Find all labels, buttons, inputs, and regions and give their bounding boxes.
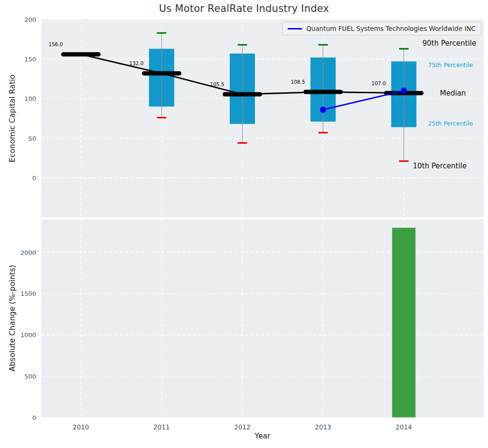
plot-canvas — [41, 219, 484, 418]
xtick-label: 2010 — [64, 423, 98, 431]
bottom-ytick-label: 1500 — [7, 290, 36, 297]
annotation-10th-percentile: 10th Percentile — [413, 162, 467, 170]
bottom-ytick-label: 0 — [7, 414, 36, 421]
legend-label: Quantum FUEL Systems Technologies Worldw… — [306, 25, 476, 32]
xtick-label: 2011 — [145, 423, 178, 431]
xtick-label: 2014 — [387, 423, 420, 431]
annotation-median: Median — [440, 89, 466, 97]
annotation-90th-percentile: 90th Percentile — [422, 39, 476, 48]
bottom-ytick-label: 1000 — [7, 331, 36, 339]
bottom-ytick-label: 500 — [7, 373, 36, 380]
top-ytick-label: 200 — [7, 16, 36, 23]
bottom-ytick-label: 2000 — [7, 249, 36, 256]
legend-line-sample — [288, 28, 302, 29]
figure: Us Motor RealRate Industry Index Quantum… — [0, 0, 488, 448]
plot-canvas — [41, 19, 484, 217]
company-point — [320, 107, 326, 113]
top-ytick-label: 50 — [7, 135, 36, 142]
annotation-25th-percentile: 25th Percentile — [428, 119, 473, 127]
xtick-label: 2012 — [226, 423, 259, 431]
median-value-label: 105.5 — [210, 81, 224, 87]
company-point — [401, 88, 407, 94]
median-value-label: 108.5 — [291, 79, 305, 85]
chart-title: Us Motor RealRate Industry Index — [0, 3, 488, 14]
top-ytick-label: 100 — [7, 95, 36, 102]
median-value-label: 132.0 — [129, 60, 144, 66]
top-axes-boxplot: Quantum FUEL Systems Technologies Worldw… — [41, 19, 484, 217]
bar-2014 — [392, 227, 416, 418]
top-ytick-label: 0 — [7, 174, 36, 181]
median-value-label: 107.0 — [371, 80, 386, 86]
x-axis-label: Year — [167, 432, 358, 440]
bottom-axes-bar — [41, 219, 484, 418]
median-value-label: 156.0 — [49, 41, 63, 47]
xtick-label: 2013 — [306, 423, 340, 431]
top-y-axis-label: Economic Capital Ratio — [8, 23, 17, 214]
annotation-75th-percentile: 75th Percentile — [428, 61, 473, 68]
top-ytick-label: 150 — [7, 56, 36, 63]
legend: Quantum FUEL Systems Technologies Worldw… — [282, 22, 481, 35]
